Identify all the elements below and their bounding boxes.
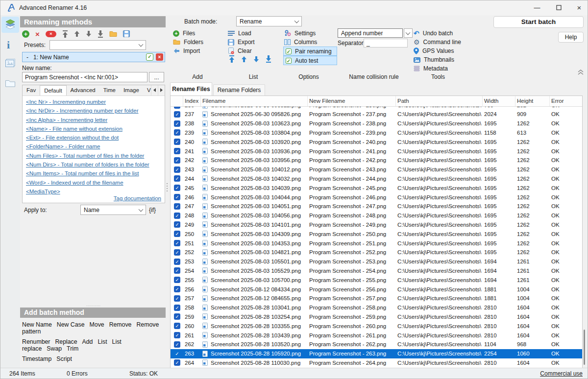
metadata-button[interactable]: Metadata [414,65,448,72]
tab-scroll-right[interactable] [158,85,165,95]
tag-link[interactable]: <MediaType> [26,187,163,196]
tab-scroll-left[interactable] [151,85,158,95]
row-checkbox[interactable]: ✓ [174,203,180,210]
table-row[interactable]: ✓251Screenshot 2025-08-03 104353.pngProg… [171,238,582,248]
columns-button[interactable]: Columns [284,38,317,46]
thumbnails-button[interactable]: Thumbnails [414,56,454,64]
tab-rename-folders[interactable]: Rename Folders [213,84,265,96]
col-index[interactable]: Index [183,96,201,106]
col-path[interactable]: Path [396,96,483,106]
tab-fav[interactable]: Fav [23,85,40,95]
table-row[interactable]: ✓249Screenshot 2025-08-03 104101.pngProg… [171,220,582,230]
table-row[interactable]: ✓258Screenshot 2025-08-28 103041.pngProg… [171,303,582,312]
table-row[interactable]: ✓260Screenshot 2025-08-28 103355.pngProg… [171,321,582,331]
col-new-filename[interactable]: New Filename [308,96,396,106]
add-method-link[interactable]: New Case [57,321,85,328]
table-row[interactable]: ✓242Screenshot 2025-08-03 103956.pngProg… [171,156,582,165]
separator-input[interactable]: _ [364,39,408,47]
batch-mode-combobox[interactable]: Rename [236,16,302,26]
tag-link[interactable]: <Num Items> - Total number of files in t… [26,169,163,178]
presets-combobox[interactable] [49,40,146,50]
table-row[interactable]: ✓250Screenshot 2025-08-03 104309.pngProg… [171,229,582,238]
method-enabled-checkbox[interactable]: ✓ [146,53,153,61]
close-button[interactable]: × [571,2,588,13]
col-height[interactable]: Height [515,96,550,106]
item-down-button[interactable] [253,55,259,63]
table-row[interactable]: ✓261Screenshot 2025-08-28 103439.pngProg… [171,331,582,340]
export-button[interactable]: Export [228,38,255,46]
add-method-link[interactable]: New Name [22,321,52,328]
settings-button[interactable]: Settings [284,29,316,37]
move-bottom-icon[interactable] [98,30,103,38]
tag-link[interactable]: <Ext> - File extension without the dot [26,133,163,142]
table-row[interactable]: ✓246Screenshot 2025-08-03 104044.pngProg… [171,192,582,202]
move-down-icon[interactable] [86,30,92,37]
add-method-link[interactable]: Trim [67,345,78,352]
col-width[interactable]: Width [483,96,515,106]
undo-batch-button[interactable]: ↶ Undo batch [414,29,453,37]
tab-video[interactable]: V [143,85,151,95]
table-row[interactable]: ✓243Screenshot 2025-08-03 104012.pngProg… [171,165,582,174]
sidebar-item-methods[interactable] [1,17,19,33]
collapse-toolbar-button[interactable] [577,69,584,75]
row-checkbox[interactable]: ✓ [174,221,180,228]
row-checkbox[interactable]: ✓ [174,351,180,357]
tag-link[interactable]: <Inc Alpha> - Incrementing letter [26,116,163,124]
row-checkbox[interactable]: ✓ [174,286,180,292]
row-checkbox[interactable]: ✓ [174,185,180,191]
item-bottom-button[interactable] [266,55,271,63]
method-collapse[interactable]: - [26,54,28,61]
col-filename[interactable]: Filename [201,96,308,106]
table-row[interactable]: ✓253Screenshot 2025-08-03 105501.pngProg… [171,257,582,266]
row-checkbox[interactable]: ✓ [174,277,180,283]
clear-button[interactable]: Clear [228,47,252,55]
add-method-button[interactable]: + [22,30,29,38]
col-error[interactable]: Error [550,96,582,106]
table-row[interactable]: ✓257Screenshot 2025-08-12 084655.pngProg… [171,294,582,303]
row-checkbox[interactable]: ✓ [174,111,180,118]
table-row[interactable]: ✓236Screenshot 2025-06-30 095822.pngProg… [171,107,582,110]
row-checkbox[interactable]: ✓ [174,166,180,173]
clear-methods-button[interactable]: × [46,31,56,37]
tag-link[interactable]: <FolderName> - Folder name [26,142,163,151]
tab-image[interactable]: Image [120,85,143,95]
row-checkbox[interactable]: ✓ [174,120,180,127]
table-row[interactable]: ✓259Screenshot 2025-08-28 103254.pngProg… [171,312,582,322]
add-method-link[interactable]: Swap [47,345,62,352]
table-row[interactable]: ✓240Screenshot 2025-08-03 103920.pngProg… [171,137,582,146]
move-up-icon[interactable] [74,30,80,37]
add-method-link[interactable]: Replace [55,338,77,345]
splitter-handle[interactable] [166,182,168,196]
table-row[interactable]: ✓247Screenshot 2025-08-03 104051.pngProg… [171,202,582,211]
row-checkbox[interactable]: ✓ [174,139,180,145]
table-row[interactable]: ✓239Screenshot 2025-08-03 103804.pngProg… [171,128,582,138]
tab-time[interactable]: Time [99,85,120,95]
sidebar-item-info[interactable]: i [7,39,10,51]
add-method-link[interactable]: Script [56,355,72,362]
row-checkbox[interactable]: ✓ [174,240,180,246]
row-checkbox[interactable]: ✓ [174,267,180,274]
tab-rename-files[interactable]: Rename Files [170,82,212,96]
tag-link[interactable]: <Num Files> - Total number of files in t… [26,151,163,160]
commercial-use-link[interactable]: Commercial use [540,370,583,377]
add-method-link[interactable]: Remove [109,321,132,328]
folders-button[interactable]: Folders [173,38,203,46]
row-checkbox[interactable]: ✓ [174,313,180,320]
tag-link[interactable]: <Word> - Indexed word of the filename [26,178,163,187]
maximize-button[interactable] [550,2,567,13]
add-method-link[interactable]: Renumber [22,338,50,345]
table-row[interactable]: ✓262Screenshot 2025-08-28 103520.pngProg… [171,340,582,349]
row-checkbox[interactable]: ✓ [174,332,180,338]
collision-combobox[interactable]: Append number [338,28,403,38]
add-method-link[interactable]: Move [90,321,104,328]
row-checkbox[interactable]: ✓ [174,259,180,265]
row-checkbox[interactable]: ✓ [174,341,180,348]
load-button[interactable]: Load [228,29,251,37]
files-button[interactable]: + Files [173,29,195,37]
method-remove-button[interactable]: × [156,53,163,61]
row-checkbox[interactable]: ✓ [174,148,180,154]
gps-values-button[interactable]: GPS Values [414,47,454,55]
row-checkbox[interactable]: ✓ [174,194,180,200]
new-name-input[interactable]: Program Screenshot - <Inc Nr:001> [22,72,147,82]
row-checkbox[interactable]: ✓ [174,213,180,219]
